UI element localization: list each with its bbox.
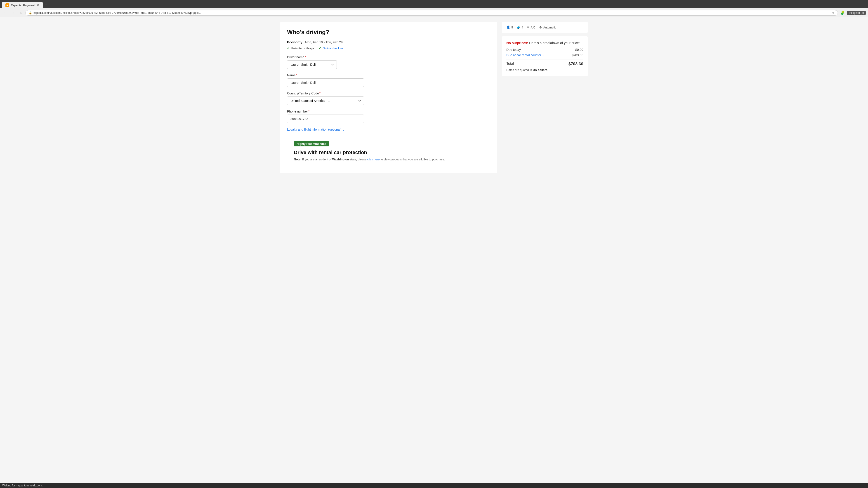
due-today-label: Due today [506, 48, 521, 52]
features-row: ✔ Unlimited mileage ✔ Online check-in [287, 46, 491, 50]
page-title: Who's driving? [287, 29, 491, 36]
spec-passengers: 👤 5 [506, 26, 513, 29]
due-counter-label[interactable]: Due at car rental counter ⌄ [506, 53, 545, 57]
due-today-amount: $0.00 [575, 48, 583, 52]
driver-name-label: Driver name* [287, 55, 491, 59]
car-type-label: Economy [287, 40, 303, 44]
passengers-icon: 👤 [506, 26, 510, 29]
breakdown-text: Here's a breakdown of your price: [529, 41, 580, 45]
rates-currency: US dollars [533, 68, 547, 72]
name-group: Name* [287, 73, 491, 87]
pricing-panel: No surprises! Here's a breakdown of your… [502, 36, 588, 76]
new-tab-button[interactable]: + [43, 2, 49, 8]
feature-unlimited-mileage: ✔ Unlimited mileage [287, 46, 314, 50]
click-here-link[interactable]: click here [367, 158, 380, 161]
tabs-row: ✈ Expedia: Payment ✕ + [2, 2, 866, 8]
car-type-row: Economy Mon, Feb 19 - Thu, Feb 29 [287, 40, 491, 44]
bookmark-icon: ☆ [832, 11, 835, 14]
rates-note: Rates are quoted in US dollars. [506, 68, 583, 72]
country-group: Country/Territory Code* United States of… [287, 92, 491, 105]
required-star-phone: * [308, 109, 309, 113]
spec-luggage: 🧳 4 [517, 26, 523, 29]
country-select[interactable]: United States of America +1 [287, 96, 364, 105]
note-prefix: Note: [294, 158, 301, 161]
luggage-icon: 🧳 [517, 26, 520, 29]
recommended-section: Highly recommended Drive with rental car… [287, 136, 491, 166]
chevron-down-counter-icon: ⌄ [542, 53, 545, 57]
main-panel: Who's driving? Economy Mon, Feb 19 - Thu… [280, 22, 497, 173]
date-range: Mon, Feb 19 - Thu, Feb 29 [305, 40, 343, 44]
transmission-value: Automatic [543, 26, 556, 29]
lock-icon: 🔒 [29, 11, 32, 14]
section-title: Drive with rental car protection [294, 150, 484, 156]
tab-favicon: ✈ [5, 3, 9, 7]
loyalty-group: Loyalty and flight information (optional… [287, 128, 491, 131]
active-tab[interactable]: ✈ Expedia: Payment ✕ [2, 2, 43, 8]
name-input[interactable] [287, 78, 364, 87]
url-text: expedia.com/MultiItemCheckout?tripid=752… [33, 11, 831, 14]
phone-group: Phone number* [287, 109, 491, 123]
note-state: Washington [332, 158, 349, 161]
total-row: Total $703.66 [506, 62, 583, 66]
online-checkin-link[interactable]: Online check-in [322, 46, 343, 50]
loyalty-link[interactable]: Loyalty and flight information (optional… [287, 128, 491, 131]
back-button[interactable]: ← [2, 10, 8, 16]
no-surprises-text: No surprises! Here's a breakdown of your… [506, 41, 583, 45]
car-specs: 👤 5 🧳 4 ❄ A/C ⚙ Automatic [502, 22, 588, 33]
chevron-down-icon: ⌄ [342, 128, 345, 131]
passengers-value: 5 [511, 26, 513, 29]
luggage-value: 4 [522, 26, 523, 29]
page-content: Who's driving? Economy Mon, Feb 19 - Thu… [276, 18, 592, 178]
feature-online-checkin: ✔ Online check-in [319, 46, 343, 50]
feature-label-mileage: Unlimited mileage [291, 46, 314, 50]
note-suffix: state, please [350, 158, 367, 161]
note-intro: If you are a resident of [302, 158, 332, 161]
required-star-name: * [296, 73, 297, 77]
browser-chrome: ✈ Expedia: Payment ✕ + [0, 0, 868, 8]
incognito-badge: Incognito (2) [847, 11, 866, 15]
address-bar[interactable]: 🔒 expedia.com/MultiItemCheckout?tripid=7… [25, 10, 838, 15]
note-text: Note: If you are a resident of Washingto… [294, 158, 484, 161]
reload-button[interactable]: ↻ [18, 10, 24, 16]
transmission-icon: ⚙ [539, 26, 542, 29]
name-label: Name* [287, 73, 491, 77]
note-end: to view products that you are eligible t… [380, 158, 445, 161]
recommended-badge: Highly recommended [294, 141, 329, 147]
spec-transmission: ⚙ Automatic [539, 26, 556, 29]
ac-value: A/C [530, 26, 535, 29]
country-label: Country/Territory Code* [287, 92, 491, 95]
due-counter-row: Due at car rental counter ⌄ $703.66 [506, 53, 583, 57]
side-panel: 👤 5 🧳 4 ❄ A/C ⚙ Automatic No surprises! … [502, 22, 588, 173]
spec-ac: ❄ A/C [527, 26, 535, 29]
tab-close-button[interactable]: ✕ [37, 3, 39, 7]
ac-icon: ❄ [527, 26, 529, 29]
due-counter-amount: $703.66 [572, 53, 583, 57]
driver-name-select[interactable]: Lauren Smith Deli [287, 60, 337, 69]
check-icon-mileage: ✔ [287, 46, 290, 50]
no-surprises-strong: No surprises! [506, 41, 528, 45]
required-star-country: * [319, 92, 320, 95]
driver-name-group: Driver name* Lauren Smith Deli [287, 55, 491, 69]
phone-input[interactable] [287, 115, 364, 123]
total-amount: $703.66 [568, 62, 583, 66]
due-today-row: Due today $0.00 [506, 48, 583, 52]
total-label: Total [506, 62, 514, 66]
phone-label: Phone number* [287, 109, 491, 113]
required-star-driver: * [305, 55, 306, 59]
address-bar-row: ← → ↻ 🔒 expedia.com/MultiItemCheckout?tr… [0, 8, 868, 18]
forward-button[interactable]: → [10, 10, 16, 16]
tab-label: Expedia: Payment [11, 4, 35, 7]
extensions-button[interactable]: 🧩 [839, 10, 846, 16]
check-icon-checkin: ✔ [319, 46, 321, 50]
